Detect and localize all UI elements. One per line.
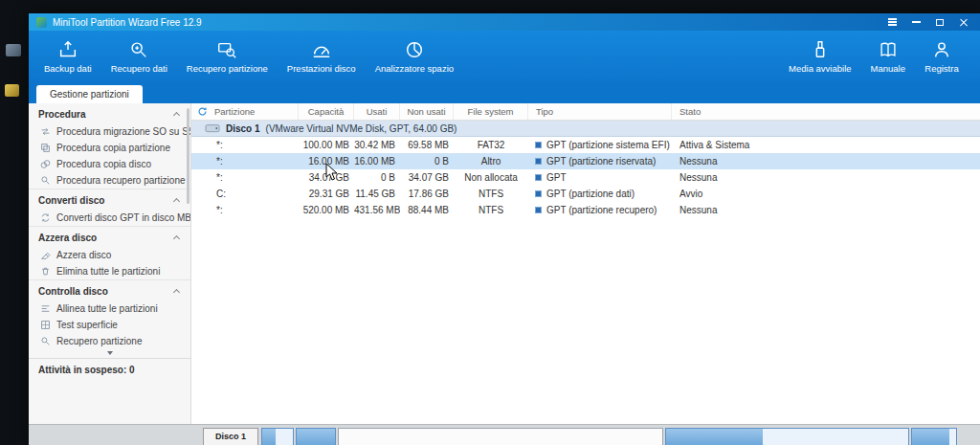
maximize-button[interactable] <box>935 17 945 27</box>
partition-row[interactable]: C: 29.31 GB 11.45 GB 17.86 GB NTFS GPT (… <box>191 186 980 202</box>
diskmap-segment-4[interactable] <box>665 428 909 445</box>
cell-unused: 34.07 GB <box>400 172 454 183</box>
refresh-button[interactable] <box>197 106 208 117</box>
sidebar-item-label: Elimina tutte le partizioni <box>56 266 160 277</box>
trash-icon <box>40 266 51 277</box>
desktop-icon[interactable] <box>6 44 21 56</box>
sidebar-item-converti-disco-gpt-in-disco-mbr[interactable]: Converti disco GPT in disco MBR <box>29 210 190 226</box>
partition-type-label: GPT <box>546 172 567 183</box>
partition-row[interactable]: *: 100.00 MB 30.42 MB 69.58 MB FAT32 GPT… <box>191 137 980 153</box>
column-header-stato[interactable]: Stato <box>672 103 980 120</box>
chevron-up-icon[interactable] <box>173 198 180 205</box>
column-header-capacit[interactable]: Capacità <box>299 103 354 120</box>
cell-type: GPT (partizione recupero) <box>528 205 672 215</box>
toolbar-button-media-avviabile[interactable]: Media avviabile <box>781 36 858 77</box>
diskmap-segment-5[interactable] <box>911 428 957 445</box>
toolbar-button-label: Recupero dati <box>111 63 167 74</box>
sidebar-item-label: Procedura copia partizione <box>56 143 170 153</box>
partition-row[interactable]: *: 520.00 MB 431.56 MB 88.44 MB NTFS GPT… <box>191 202 980 218</box>
chevron-up-icon[interactable] <box>173 112 180 119</box>
cell-file-system: FAT32 <box>454 140 528 150</box>
sidebar-item-label: Procedura recupero partizione <box>56 175 186 186</box>
window-controls <box>887 17 969 27</box>
sidebar-item-recupero-partizione[interactable]: Recupero partizione <box>29 333 190 349</box>
toolbar-group-right: Media avviabile Manuale Registra <box>781 36 970 77</box>
partition-type-square-icon <box>535 142 542 148</box>
column-header-non-usati[interactable]: Non usati <box>400 103 454 120</box>
app-logo-icon <box>36 17 47 28</box>
toolbar-button-analizzatore-spazio[interactable]: Analizzatore spazio <box>368 36 461 77</box>
partition-type-square-icon <box>535 207 542 213</box>
close-button[interactable] <box>959 17 969 27</box>
sidebar-item-label: Azzera disco <box>56 250 111 260</box>
partition-type-label: GPT (partizione sistema EFI) <box>546 140 670 150</box>
toolbar-button-manuale[interactable]: Manuale <box>863 36 913 77</box>
partition-table: PartizioneCapacitàUsatiNon usatiFile sys… <box>191 103 980 424</box>
manual-icon <box>878 39 899 60</box>
cell-capacity: 520.00 MB <box>299 205 354 215</box>
sidebar-section-header[interactable]: Controlla disco <box>29 280 190 300</box>
refresh-icon <box>197 106 208 117</box>
toolbar-button-registra[interactable]: Registra <box>917 36 967 77</box>
diskmap-segment-3[interactable] <box>338 428 663 445</box>
toolbar-button-label: Recupero partizione <box>187 63 268 74</box>
sidebar-item-procedura-copia-partizione[interactable]: Procedura copia partizione <box>29 140 190 156</box>
toolbar-button-prestazioni-disco[interactable]: Prestazioni disco <box>279 36 364 77</box>
tab-gestione-partizioni[interactable]: Gestione partizioni <box>36 85 143 103</box>
diskmap-segment-1[interactable] <box>261 428 294 445</box>
sidebar-item-label: Test superficie <box>56 320 118 330</box>
sidebar-item-label: Allinea tutte le partizioni <box>56 303 158 314</box>
sidebar-section-header[interactable]: Procedura <box>29 103 190 123</box>
sidebar-item-elimina-tutte-le-partizioni[interactable]: Elimina tutte le partizioni <box>29 263 190 279</box>
sidebar-section-title: Procedura <box>38 109 85 120</box>
disk-group-name: Disco 1 <box>226 123 260 134</box>
diskmap-disk-label[interactable]: Disco 1 <box>203 428 258 445</box>
toolbar-button-label: Analizzatore spazio <box>375 63 454 74</box>
desktop-icon[interactable] <box>5 84 19 97</box>
chevron-up-icon[interactable] <box>173 289 180 296</box>
sidebar-item-procedura-recupero-partizione[interactable]: Procedura recupero partizione <box>29 172 190 189</box>
sidebar-section-header[interactable]: Converti disco <box>29 189 190 210</box>
cell-partition: *: <box>191 205 299 215</box>
sidebar-item-allinea-tutte-le-partizioni[interactable]: Allinea tutte le partizioni <box>29 300 190 317</box>
cell-file-system: Non allocata <box>454 172 528 183</box>
cell-capacity: 29.31 GB <box>299 189 354 199</box>
partition-row[interactable]: *: 16.00 MB 16.00 MB 0 B Altro GPT (part… <box>191 153 980 169</box>
bootable-media-icon <box>810 39 831 60</box>
cell-used: 16.00 MB <box>354 156 400 167</box>
sidebar-item-procedura-migrazione-so-su-ssd-hd[interactable]: Procedura migrazione SO su SSD/HD <box>29 123 190 140</box>
toolbar-button-label: Backup dati <box>44 63 92 74</box>
toolbar-button-backup-dati[interactable]: Backup dati <box>36 36 100 77</box>
sidebar-scrollbar[interactable] <box>187 108 189 204</box>
diskmap-segment-2[interactable] <box>296 428 336 445</box>
toolbar-button-recupero-partizione[interactable]: Recupero partizione <box>179 36 276 77</box>
cell-capacity: 16.00 MB <box>299 156 354 167</box>
sidebar-scroll-down-button[interactable] <box>29 349 190 358</box>
partition-type-square-icon <box>535 158 542 165</box>
sidebar-section-header[interactable]: Azzera disco <box>29 227 190 247</box>
convert-icon <box>40 212 51 223</box>
cell-partition: *: <box>191 172 299 183</box>
disk-group-row[interactable]: Disco 1 (VMware Virtual NVMe Disk, GPT, … <box>191 121 980 137</box>
align-icon <box>40 303 51 314</box>
app-window: MiniTool Partition Wizard Free 12.9 Back… <box>29 13 980 445</box>
partition-row[interactable]: *: 34.07 GB 0 B 34.07 GB Non allocata GP… <box>191 169 980 186</box>
partition-type-label: GPT (partizione riservata) <box>546 156 656 167</box>
menu-button[interactable] <box>887 17 897 27</box>
cell-status: Nessuna <box>672 156 980 167</box>
minimize-button[interactable] <box>911 17 921 27</box>
cell-unused: 69.58 MB <box>400 140 454 150</box>
register-icon <box>931 39 952 60</box>
sidebar-item-test-superficie[interactable]: Test superficie <box>29 317 190 333</box>
sidebar-item-label: Procedura copia disco <box>56 159 151 169</box>
column-header-file-system[interactable]: File system <box>454 103 528 120</box>
toolbar-button-recupero-dati[interactable]: Recupero dati <box>103 36 175 77</box>
chevron-up-icon[interactable] <box>173 235 180 242</box>
sidebar-section-title: Controlla disco <box>38 286 108 297</box>
column-header-tipo[interactable]: Tipo <box>528 103 672 120</box>
cell-unused: 0 B <box>400 156 454 167</box>
minimize-icon <box>912 21 921 22</box>
column-header-usati[interactable]: Usati <box>354 103 400 120</box>
sidebar-item-azzera-disco[interactable]: Azzera disco <box>29 247 190 263</box>
sidebar-item-procedura-copia-disco[interactable]: Procedura copia disco <box>29 156 190 172</box>
